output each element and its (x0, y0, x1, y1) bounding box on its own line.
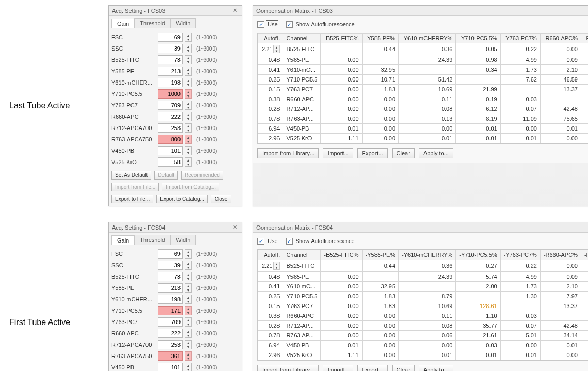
matrix-cell[interactable]: 0.00 (362, 341, 398, 350)
matrix-cell[interactable]: 0.01 (456, 350, 500, 360)
matrix-cell[interactable]: 0.11 (399, 311, 456, 321)
matrix-cell[interactable]: 0.00 (540, 43, 581, 55)
matrix-cell[interactable]: 0.01 (500, 350, 540, 360)
export-file-button[interactable]: Export to File... (111, 195, 153, 203)
matrix-cell[interactable]: 0.00 (321, 292, 362, 301)
matrix-cell[interactable] (540, 311, 581, 321)
gain-spinner[interactable]: ▲▼ (185, 67, 192, 76)
matrix-cell[interactable]: 24.39 (399, 55, 456, 65)
gain-input[interactable] (158, 101, 183, 110)
matrix-cell[interactable]: 0.09 (540, 55, 581, 65)
matrix-cell[interactable]: 10.69 (399, 85, 456, 94)
show-autofl-checkbox[interactable]: ✓Show Autofluorescence (286, 238, 355, 245)
matrix-cell[interactable]: 0.03 (581, 272, 588, 282)
matrix-cell[interactable]: 0.00 (321, 272, 362, 282)
export-button[interactable]: Export... (357, 148, 388, 158)
matrix-cell[interactable]: 0.07 (500, 104, 540, 114)
matrix-cell[interactable] (321, 43, 362, 55)
clear-button[interactable]: Clear (392, 365, 415, 371)
matrix-cell[interactable]: 1.83 (362, 301, 398, 311)
matrix-cell[interactable]: 0.00 (362, 94, 398, 104)
matrix-cell[interactable]: 0.05 (581, 341, 588, 350)
matrix-cell[interactable]: 0.36 (399, 43, 456, 55)
gain-input[interactable] (158, 157, 183, 167)
matrix-cell[interactable]: 0.01 (500, 134, 540, 143)
matrix-cell[interactable]: 0.00 (362, 114, 398, 124)
matrix-cell[interactable]: 10.69 (399, 301, 456, 311)
gain-spinner[interactable]: ▲▼ (185, 123, 192, 133)
gain-input[interactable] (158, 55, 183, 64)
matrix-cell[interactable]: 46.09 (581, 75, 588, 85)
matrix-cell[interactable] (581, 104, 588, 114)
matrix-cell[interactable]: 0.02 (581, 350, 588, 360)
gain-input[interactable] (158, 261, 183, 270)
gain-spinner[interactable]: ▲▼ (185, 363, 192, 371)
gain-input[interactable] (158, 89, 183, 99)
gain-input[interactable] (158, 249, 183, 259)
matrix-cell[interactable]: 0.27 (456, 260, 500, 272)
tab-gain[interactable]: Gain (111, 235, 135, 245)
gain-input[interactable] (158, 135, 183, 144)
matrix-cell[interactable]: 0.00 (399, 341, 456, 350)
gain-input[interactable] (158, 44, 183, 53)
gain-input[interactable] (158, 146, 183, 155)
gain-input[interactable] (158, 363, 183, 371)
matrix-cell[interactable]: 0.04 (581, 65, 588, 75)
matrix-cell[interactable]: 0.00 (362, 134, 398, 143)
matrix-cell[interactable]: 21.99 (456, 85, 500, 94)
gain-input[interactable] (158, 67, 183, 76)
gain-input[interactable] (158, 340, 183, 349)
matrix-cell[interactable]: 0.00 (362, 124, 398, 134)
apply-to-button[interactable]: Apply to... (419, 365, 453, 371)
matrix-cell[interactable]: 0.00 (321, 85, 362, 94)
use-checkbox[interactable]: ✓Use (257, 21, 279, 28)
set-default-button[interactable]: Set As Default (111, 171, 151, 180)
export-catalog-button[interactable]: Export to Catalog... (156, 195, 208, 203)
matrix-cell[interactable]: 4.99 (500, 272, 540, 282)
gain-input[interactable] (158, 33, 183, 42)
matrix-cell[interactable]: 0.00 (321, 55, 362, 65)
matrix-cell[interactable]: 0.00 (321, 311, 362, 321)
gain-spinner[interactable]: ▲▼ (185, 78, 192, 87)
matrix-cell[interactable]: 13.85 (581, 85, 588, 94)
gain-spinner[interactable]: ▲▼ (185, 89, 192, 99)
matrix-cell[interactable]: 0.08 (399, 321, 456, 331)
matrix-cell[interactable]: 0.07 (500, 321, 540, 331)
close-icon[interactable]: ✕ (231, 7, 239, 14)
matrix-cell[interactable]: 71.99 (581, 331, 588, 341)
matrix-cell[interactable]: 0.00 (540, 134, 581, 143)
matrix-cell[interactable]: 42.48 (540, 104, 581, 114)
matrix-cell[interactable]: 0.00 (321, 94, 362, 104)
show-autofl-checkbox[interactable]: ✓Show Autofluorescence (286, 21, 355, 28)
gain-spinner[interactable]: ▲▼ (185, 157, 192, 167)
gain-input[interactable] (158, 295, 183, 304)
matrix-cell[interactable]: 21.61 (456, 331, 500, 341)
matrix-cell[interactable]: 1.73 (500, 65, 540, 75)
matrix-cell[interactable] (540, 94, 581, 104)
matrix-cell[interactable]: 0.00 (321, 282, 362, 292)
matrix-cell[interactable]: 35.77 (456, 321, 500, 331)
autofl-stepper[interactable]: ▲▼ (273, 45, 280, 53)
matrix-cell[interactable]: 0.00 (540, 260, 581, 272)
matrix-cell[interactable]: 0.00 (362, 104, 398, 114)
gain-spinner[interactable]: ▲▼ (185, 249, 192, 259)
close-button[interactable]: Close (211, 195, 232, 203)
matrix-cell[interactable]: 4.99 (500, 55, 540, 65)
import-library-button[interactable]: Import from Library... (257, 365, 319, 371)
matrix-cell[interactable]: 0.01 (321, 341, 362, 350)
gain-spinner[interactable]: ▲▼ (185, 33, 192, 42)
matrix-cell[interactable]: 1.11 (321, 350, 362, 360)
gain-spinner[interactable]: ▲▼ (185, 340, 192, 349)
matrix-cell[interactable]: 0.01 (456, 134, 500, 143)
gain-input[interactable] (158, 306, 183, 315)
matrix-cell[interactable]: 51.42 (399, 75, 456, 85)
matrix-cell[interactable]: 5.74 (456, 272, 500, 282)
matrix-cell[interactable]: 0.00 (321, 75, 362, 85)
use-checkbox[interactable]: ✓Use (257, 238, 279, 245)
matrix-cell[interactable]: 0.44 (362, 260, 398, 272)
gain-spinner[interactable]: ▲▼ (185, 329, 192, 338)
export-button[interactable]: Export... (357, 365, 388, 371)
matrix-cell[interactable]: 6.12 (456, 104, 500, 114)
gain-spinner[interactable]: ▲▼ (185, 112, 192, 121)
gain-spinner[interactable]: ▲▼ (185, 295, 192, 304)
